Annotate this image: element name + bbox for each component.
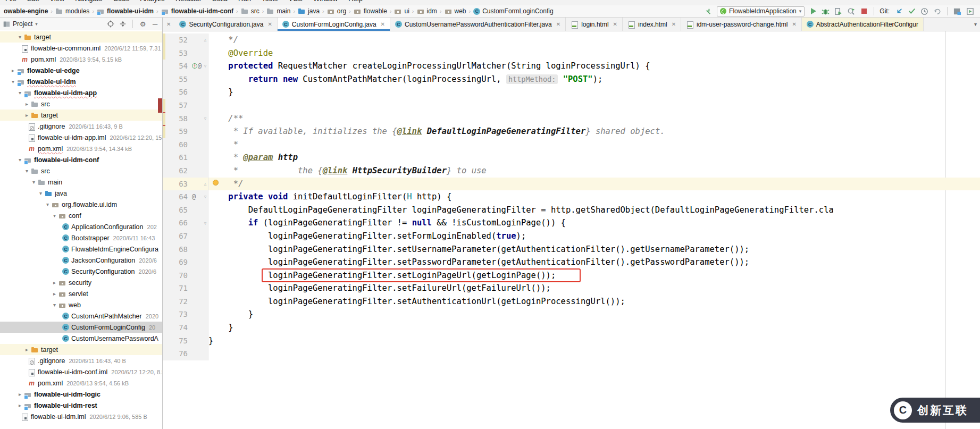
tree-row-securityconfiguration[interactable]: CSecurityConfiguration2020/6 — [0, 266, 162, 277]
menu-item-navigate[interactable]: Navigate — [75, 0, 102, 3]
override-method-icon[interactable]: ↑ — [192, 63, 197, 69]
chevron-down-icon[interactable]: ▾ — [9, 79, 17, 85]
tree-row-target[interactable]: ▾target — [0, 31, 162, 43]
tree-row-customantpathmatcher[interactable]: CCustomAntPathMatcher2020 — [0, 310, 162, 322]
rollback-button[interactable] — [933, 7, 942, 16]
fold-marker-icon[interactable]: ▵ — [203, 178, 208, 191]
chevron-down-icon[interactable]: ▾ — [51, 213, 58, 218]
menu-item-vcs[interactable]: VCS — [288, 0, 303, 3]
code-text[interactable]: } — [208, 321, 233, 334]
code-text[interactable]: */ — [208, 33, 238, 47]
breadcrumb-item-idm[interactable]: idm — [416, 7, 438, 15]
code-text[interactable]: * If available, initializes the {@link D… — [208, 125, 665, 138]
code-text[interactable]: return new CustomAntPathMatcher(loginPro… — [208, 73, 602, 86]
tree-row-flowableidmengineconfigura[interactable]: CFlowableIdmEngineConfigura — [0, 243, 162, 255]
chevron-down-icon[interactable]: ▾ — [23, 168, 31, 174]
tree-row-flowable-ui-idm-conf-iml[interactable]: flowable-ui-idm-conf.iml2020/6/12 12:20,… — [0, 366, 162, 377]
tab-idm-user-password-change-html[interactable]: idm-user-password-change.html✕ — [681, 18, 802, 31]
gear-icon[interactable]: ⚙ — [139, 20, 147, 28]
tree-row-applicationconfiguration[interactable]: CApplicationConfiguration202 — [0, 221, 162, 232]
tree-row-flowable-ui-edge[interactable]: ▸flowable-ui-edge — [0, 65, 162, 76]
fold-marker-icon[interactable]: ▿ — [203, 190, 208, 204]
chevron-right-icon[interactable]: ▸ — [23, 101, 31, 107]
code-editor[interactable]: 52▵ */53 @Override54↑@▿ protected Reques… — [163, 31, 980, 429]
stop-button[interactable] — [859, 7, 868, 16]
tab-close-icon[interactable]: ✕ — [163, 18, 174, 31]
breadcrumb-item-flowable-ui-idm[interactable]: flowable-ui-idm — [96, 7, 154, 15]
tab-securityconfiguration-java[interactable]: CSecurityConfiguration.java✕ — [174, 18, 277, 31]
close-icon[interactable]: ✕ — [613, 21, 617, 27]
tree-row--gitignore[interactable]: .gitignore2020/6/11 16:43, 9 B — [0, 121, 162, 132]
tree-row-flowable-ui-idm-conf[interactable]: ▾flowable-ui-idm-conf — [0, 154, 162, 165]
chevron-down-icon[interactable]: ▾ — [51, 302, 58, 308]
menu-item-refactor[interactable]: Refactor — [175, 0, 202, 3]
tool-windows-icon[interactable] — [953, 7, 962, 16]
menu-item-tools[interactable]: Tools — [262, 0, 278, 3]
code-text[interactable]: loginPageGeneratingFilter.setFormLoginEn… — [208, 230, 526, 243]
code-text[interactable]: } — [208, 308, 253, 321]
tree-row-flowable-ui-idm[interactable]: ▾flowable-ui-idm — [0, 76, 162, 87]
chevron-down-icon[interactable]: ▾ — [16, 157, 24, 163]
tree-row-pom-xml[interactable]: mpom.xml2020/8/13 9:54, 4.56 kB — [0, 377, 162, 389]
tab-customusernamepasswordauthenticationfilter-java[interactable]: CCustomUsernamePasswordAuthenticationFil… — [390, 18, 566, 31]
code-text[interactable]: @Override — [208, 47, 273, 60]
breadcrumb-item-customformloginconfig[interactable]: CCustomFormLoginConfig — [473, 7, 554, 15]
breadcrumb-item-main[interactable]: main — [266, 7, 291, 15]
tree-row-flowable-ui-common-iml[interactable]: flowable-ui-common.iml2020/6/12 11:59, 7… — [0, 43, 162, 54]
chevron-down-icon[interactable]: ▾ — [16, 34, 24, 40]
tree-row-customformloginconfig[interactable]: CCustomFormLoginConfig20 — [0, 322, 162, 333]
tree-row-flowable-ui-idm-logic[interactable]: ▸flowable-ui-idm-logic — [0, 389, 162, 400]
code-text[interactable]: loginPageGeneratingFilter.setAuthenticat… — [208, 295, 625, 308]
tab-customformloginconfig-java[interactable]: CCustomFormLoginConfig.java✕ — [278, 18, 390, 31]
close-icon[interactable]: ✕ — [381, 21, 385, 27]
menu-item-build[interactable]: Build — [212, 0, 228, 3]
tab-login-html[interactable]: login.html✕ — [566, 18, 623, 31]
chevron-right-icon[interactable]: ▸ — [23, 112, 31, 118]
close-icon[interactable]: ✕ — [556, 21, 560, 27]
chevron-right-icon[interactable]: ▸ — [9, 68, 17, 73]
run-button[interactable] — [808, 7, 817, 16]
close-icon[interactable]: ✕ — [672, 21, 676, 27]
fold-marker-icon[interactable]: ▵ — [203, 33, 208, 47]
tree-row-customusernamepassworda[interactable]: CCustomUsernamePasswordA — [0, 333, 162, 344]
tree-row-flowable-ui-idm-iml[interactable]: flowable-ui-idm.iml2020/6/12 9:06, 585 B — [0, 411, 162, 422]
tree-row-flowable-ui-idm-app-iml[interactable]: flowable-ui-idm-app.iml2020/6/12 12:20, … — [0, 132, 162, 143]
chevron-right-icon[interactable]: ▸ — [51, 280, 58, 285]
tree-row-bootstrapper[interactable]: CBootstrapper2020/6/11 16:43 — [0, 232, 162, 243]
code-text[interactable]: * — [208, 138, 238, 152]
chevron-down-icon[interactable]: ▾ — [44, 201, 52, 207]
tree-row-org-flowable-ui-idm[interactable]: ▾org.flowable.ui.idm — [0, 199, 162, 210]
tree-row-target[interactable]: ▸target — [0, 344, 162, 355]
code-text[interactable]: protected RequestMatcher createLoginProc… — [208, 60, 650, 73]
menu-item-help[interactable]: Help — [348, 0, 363, 3]
tree-row-conf[interactable]: ▾conf — [0, 210, 162, 221]
menu-item-view[interactable]: View — [49, 0, 64, 3]
fold-marker-icon[interactable]: ▿ — [203, 216, 208, 230]
chevron-right-icon[interactable]: ▸ — [16, 391, 24, 397]
run-with-coverage-button[interactable] — [834, 7, 843, 16]
code-text[interactable]: private void initDefaultLoginFilter(H ht… — [208, 190, 451, 204]
chevron-right-icon[interactable]: ▸ — [16, 402, 24, 408]
breadcrumb-item-org[interactable]: org — [326, 7, 347, 15]
menu-item-edit[interactable]: Edit — [27, 0, 39, 3]
tree-row-main[interactable]: ▾main — [0, 176, 162, 188]
tree-row-web[interactable]: ▾web — [0, 299, 162, 310]
chevron-down-icon[interactable]: ▾ — [16, 90, 24, 96]
fold-marker-icon[interactable]: ▿ — [203, 112, 208, 125]
hide-panel-icon[interactable]: ─ — [151, 20, 159, 28]
tree-row-jacksonconfiguration[interactable]: CJacksonConfiguration2020/6 — [0, 255, 162, 266]
tab-index-html[interactable]: index.html✕ — [623, 18, 681, 31]
code-text[interactable]: loginPageGeneratingFilter.setFailureUrl(… — [208, 282, 551, 295]
chevron-down-icon[interactable]: ▾ — [30, 179, 38, 185]
tree-row-src[interactable]: ▾src — [0, 165, 162, 176]
tree-row-pom-xml[interactable]: mpom.xml2020/8/13 9:54, 14.34 kB — [0, 143, 162, 154]
code-text[interactable]: loginPageGeneratingFilter.setUsernamePar… — [208, 243, 749, 256]
menu-item-run[interactable]: Run — [238, 0, 251, 3]
tree-row-flowable-ui-idm-app[interactable]: ▾flowable-ui-idm-app — [0, 87, 162, 98]
tree-row--gitignore[interactable]: .gitignore2020/6/11 16:43, 40 B — [0, 355, 162, 366]
menu-item-code[interactable]: Code — [113, 0, 130, 3]
breadcrumb-item-modules[interactable]: modules — [55, 7, 90, 15]
code-text[interactable]: } — [208, 86, 233, 99]
menu-item-window[interactable]: Window — [313, 0, 338, 3]
project-panel-title[interactable]: Project — [13, 20, 32, 28]
